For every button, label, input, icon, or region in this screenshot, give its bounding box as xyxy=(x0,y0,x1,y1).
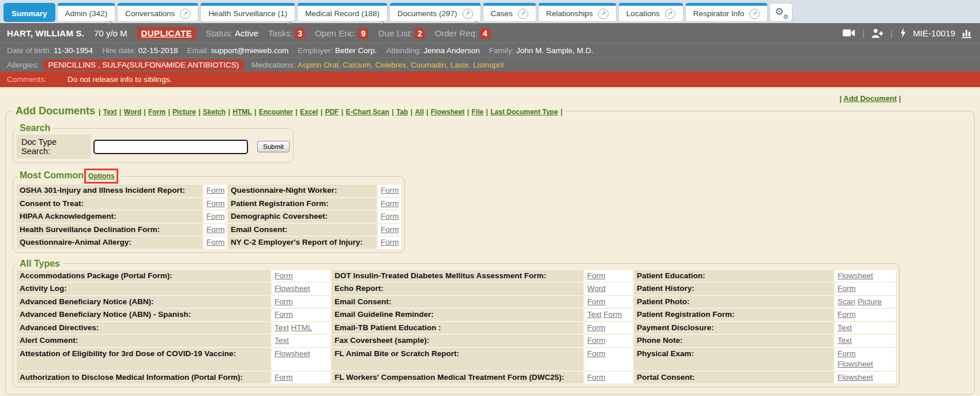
external-link-icon[interactable]: ↗ xyxy=(749,9,760,19)
medication-item[interactable]: Lasix xyxy=(450,61,469,69)
doc-type-link-text[interactable]: Text xyxy=(103,108,117,116)
create-link-form[interactable]: Form xyxy=(206,186,225,195)
tab-health-surveillance[interactable]: Health Surveillance (1) xyxy=(200,3,295,22)
external-link-icon[interactable]: ↗ xyxy=(665,9,675,19)
create-link-form[interactable]: Form xyxy=(275,373,293,382)
chart-stats-icon[interactable] xyxy=(962,28,973,38)
create-link-form[interactable]: Form xyxy=(275,297,293,306)
create-link-flowsheet[interactable]: Flowsheet xyxy=(275,349,310,358)
create-link-flowsheet[interactable]: Flowsheet xyxy=(838,360,873,368)
create-link-form[interactable]: Form xyxy=(604,310,622,319)
doc-type-link-file[interactable]: File xyxy=(472,108,484,116)
create-link-form[interactable]: Form xyxy=(381,238,399,246)
tab-relationships[interactable]: Relationships↗ xyxy=(538,3,617,22)
external-link-icon[interactable]: ↗ xyxy=(598,9,609,19)
tab-medical-record[interactable]: Medical Record (188) xyxy=(297,3,388,22)
create-link-form[interactable]: Form xyxy=(587,297,606,306)
create-link-flowsheet[interactable]: Flowsheet xyxy=(838,373,873,382)
tab-label: Relationships xyxy=(546,9,593,18)
create-link-form[interactable]: Form xyxy=(587,349,606,358)
create-link-text[interactable]: Text xyxy=(587,310,602,319)
tab-respirator-info[interactable]: Respirator Info↗ xyxy=(685,3,768,22)
order-req-badge[interactable]: 4 xyxy=(480,28,490,39)
tab-summary[interactable]: Summary xyxy=(3,3,55,22)
open-enc-badge[interactable]: 9 xyxy=(358,28,369,39)
doc-type-link-e-chart-scan[interactable]: E-Chart Scan xyxy=(346,108,389,116)
create-link-form[interactable]: Form xyxy=(381,212,399,221)
add-user-icon[interactable] xyxy=(872,28,883,38)
create-link-text[interactable]: Text xyxy=(838,323,852,332)
create-link-form[interactable]: Form xyxy=(587,336,606,345)
create-link-html[interactable]: HTML xyxy=(291,323,313,332)
external-link-icon[interactable]: ↗ xyxy=(518,9,528,19)
doc-type-link-picture[interactable]: Picture xyxy=(172,108,196,116)
video-call-icon[interactable] xyxy=(843,29,855,37)
doc-type-link-word[interactable]: Word xyxy=(124,108,141,116)
create-link-form[interactable]: Form xyxy=(381,199,399,208)
tab-cases[interactable]: Cases↗ xyxy=(483,3,536,22)
doc-type-link-sketch[interactable]: Sketch xyxy=(203,108,226,116)
tab-label: Respirator Info xyxy=(693,9,745,18)
doc-type-label: Physical Exam: xyxy=(634,348,833,371)
doc-type-link-flowsheet[interactable]: Flowsheet xyxy=(431,108,465,116)
duplicate-flag[interactable]: DUPLICATE xyxy=(137,27,196,39)
create-link-picture[interactable]: Picture xyxy=(858,297,882,306)
separator: | xyxy=(168,108,172,116)
allergies-value[interactable]: PENICILLINS , SULFA(SULFONAMIDE ANTIBIOT… xyxy=(43,59,245,70)
create-link-text[interactable]: Text xyxy=(838,336,852,345)
family-doctor-field: Family: John M. Sample, M.D. xyxy=(489,46,594,55)
tab-conversations[interactable]: Conversations↗ xyxy=(117,3,198,22)
medication-item[interactable]: Celebrex xyxy=(375,61,406,69)
doc-type-search-input[interactable] xyxy=(93,140,248,154)
create-link-flowsheet[interactable]: Flowsheet xyxy=(275,284,310,293)
medication-item[interactable]: Lisinopril xyxy=(473,61,504,69)
create-link-form[interactable]: Form xyxy=(587,373,606,382)
doc-type-link-pdf[interactable]: PDF xyxy=(325,108,339,116)
create-link-form[interactable]: Form xyxy=(587,323,606,332)
doc-type-actions: Text xyxy=(835,335,896,347)
dropdown-fold-icon xyxy=(289,21,293,25)
create-link-form[interactable]: Form xyxy=(838,349,856,358)
create-link-form[interactable]: Form xyxy=(587,271,606,280)
quick-action-bolt-icon[interactable] xyxy=(900,28,906,38)
doc-type-link-form[interactable]: Form xyxy=(148,108,166,116)
create-link-form[interactable]: Form xyxy=(381,186,399,195)
tab-settings[interactable]: ⚙⚙ xyxy=(769,3,793,22)
doc-type-link-all[interactable]: All xyxy=(415,108,423,116)
create-link-form[interactable]: Form xyxy=(838,284,856,293)
create-link-form[interactable]: Form xyxy=(206,199,225,208)
create-link-text[interactable]: Text xyxy=(275,323,289,332)
create-link-scan[interactable]: Scan xyxy=(838,297,855,306)
tasks-badge[interactable]: 3 xyxy=(295,28,305,39)
due-list-badge[interactable]: 2 xyxy=(415,28,425,39)
tab-documents[interactable]: Documents (297)↗ xyxy=(389,3,481,22)
create-link-text[interactable]: Text xyxy=(275,336,289,345)
doc-type-link-excel[interactable]: Excel xyxy=(300,108,318,116)
doc-type-link-encounter[interactable]: Encounter xyxy=(259,108,293,116)
tab-locations[interactable]: Locations↗ xyxy=(618,3,684,22)
create-link-form[interactable]: Form xyxy=(381,225,399,234)
doc-type-link-html[interactable]: HTML xyxy=(232,108,251,116)
medication-item[interactable]: Aspirin Oral xyxy=(298,61,339,69)
create-link-word[interactable]: Word xyxy=(587,284,606,293)
separator: | xyxy=(467,108,471,116)
create-link-form[interactable]: Form xyxy=(206,225,225,234)
create-link-form[interactable]: Form xyxy=(275,310,293,319)
add-document-add-document[interactable]: Add Document xyxy=(843,94,896,103)
medication-item[interactable]: Calcium xyxy=(343,61,371,69)
create-link-form[interactable]: Form xyxy=(838,310,856,319)
medication-item[interactable]: Coumadin xyxy=(411,61,446,69)
create-link-form[interactable]: Form xyxy=(206,212,225,221)
tasks-field: Tasks:3 xyxy=(268,28,305,38)
doc-type-link-tab[interactable]: Tab xyxy=(396,108,408,116)
create-link-flowsheet[interactable]: Flowsheet xyxy=(838,271,873,280)
options-link[interactable]: Options xyxy=(88,172,114,180)
external-link-icon[interactable]: ↗ xyxy=(463,9,473,19)
most-common-legend: Most Common xyxy=(20,170,84,180)
create-link-form[interactable]: Form xyxy=(206,238,225,246)
tab-admin[interactable]: Admin (342) xyxy=(57,3,116,22)
create-link-form[interactable]: Form xyxy=(275,271,293,280)
doc-type-link-last-document-type[interactable]: Last Document Type xyxy=(490,108,558,116)
external-link-icon[interactable]: ↗ xyxy=(180,9,190,19)
submit-button[interactable]: Submit xyxy=(257,141,290,152)
